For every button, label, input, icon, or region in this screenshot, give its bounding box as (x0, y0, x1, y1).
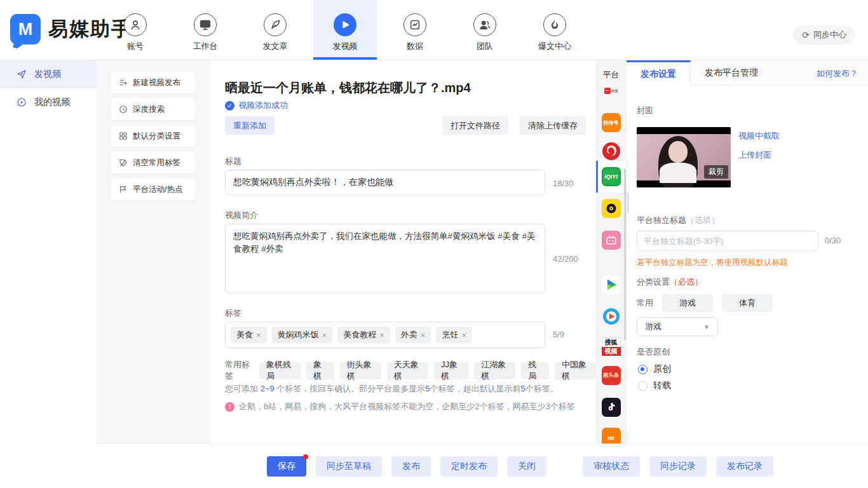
sidebar-item-label: 我的视频 (34, 97, 70, 108)
platform-sohu-video-icon[interactable]: 搜狐 视频 (596, 332, 626, 360)
independent-title-warning: 若平台独立标题为空，将使用视频默认标题 (637, 257, 788, 268)
capture-from-video-link[interactable]: 视频中截取 (738, 130, 780, 142)
hint-text: 个标签。 (526, 384, 559, 393)
platform-activity-button[interactable]: 平台活动/热点 (111, 179, 195, 200)
close-button[interactable]: 关闭 (507, 456, 546, 477)
main-nav: 账号 工作台 发文章 发视频 数据 团队 (104, 0, 593, 60)
description-textarea[interactable]: 想吃黄焖鸡别再点外卖了，我们在家也能做，方法很简单#黄焖鸡米饭 #美食 #美食教… (225, 224, 545, 294)
common-tag[interactable]: 街头象棋 (340, 362, 381, 379)
tab-platform-management[interactable]: 发布平台管理 (691, 60, 772, 86)
deep-search-button[interactable]: 深度搜索 (111, 98, 195, 120)
tag-remove-icon[interactable]: × (461, 330, 466, 340)
radio-repost[interactable]: 转载 (638, 380, 671, 391)
common-tag[interactable]: 中国象棋 (555, 362, 596, 379)
platform-record-camera-icon[interactable] (596, 194, 626, 222)
category-common-label: 常用 (637, 297, 653, 309)
panel-scrollbar[interactable] (627, 193, 629, 213)
tag-remove-icon[interactable]: × (421, 330, 426, 340)
ifeng-icon (602, 142, 621, 161)
platform-kuaishou-icon[interactable]: ∞ (596, 423, 626, 444)
common-tag[interactable]: 象棋残局 (259, 362, 301, 379)
tag-remove-icon[interactable]: × (256, 330, 261, 340)
category-option-game[interactable]: 游戏 (662, 294, 713, 312)
new-video-publish-button[interactable]: 新建视频发布 (111, 72, 195, 93)
platform-huitoutiao-icon[interactable]: 惠头条 (596, 362, 626, 390)
category-option-sports[interactable]: 体育 (722, 294, 773, 312)
common-tag[interactable]: 天天象棋 (387, 362, 428, 379)
nav-label: 爆文中心 (538, 41, 571, 52)
chevron-down-icon: ▼ (703, 323, 710, 330)
platform-bilibili-icon[interactable] (596, 226, 626, 254)
platform-blue-play-icon[interactable] (596, 302, 626, 330)
common-tags-label: 常用标签 (225, 359, 252, 382)
tag-remove-icon[interactable]: × (379, 330, 384, 340)
hint-number: 2~9 (261, 384, 275, 393)
kuaishou-icon: ∞ (602, 428, 621, 444)
hint-text: 个标签，超出默认显示前 (430, 384, 521, 393)
platform-douyin-icon[interactable] (596, 393, 626, 421)
nav-item-workbench[interactable]: 工作台 (173, 0, 237, 60)
platform-kuaichuan-icon[interactable]: 快传号 (596, 109, 626, 137)
publish-panel: 发布设置 发布平台管理 如何发布？ 封面 裁剪 视频中截取 上传封面 平台独立标… (626, 60, 868, 444)
platform-yidian-zixun-icon[interactable]: 一点资 (596, 83, 626, 99)
platform-tencent-video-icon[interactable] (596, 271, 626, 299)
common-tag[interactable]: 残局 (521, 362, 549, 379)
review-status-button[interactable]: 审核状态 (583, 456, 640, 477)
publish-button[interactable]: 发布 (391, 456, 431, 477)
schedule-publish-button[interactable]: 定时发布 (440, 456, 498, 477)
title-counter: 18/30 (553, 179, 574, 188)
category-select[interactable]: 游戏 ▼ (637, 317, 718, 336)
common-tag[interactable]: 象棋 (306, 362, 334, 379)
title-input[interactable] (225, 170, 545, 195)
blue-play-icon (602, 307, 621, 326)
nav-label: 发视频 (333, 41, 358, 52)
exclamation-icon: ! (225, 402, 234, 412)
radio-original-label: 原创 (653, 363, 671, 375)
sidebar-item-publish-video[interactable]: 发视频 (0, 60, 97, 88)
platform-iqiyi-icon[interactable]: iQIYI (596, 161, 626, 193)
how-to-publish-link[interactable]: 如何发布？ (817, 68, 858, 79)
clear-common-tags-button[interactable]: 清空常用标签 (111, 152, 195, 173)
cover-thumbnail[interactable]: 裁剪 (637, 127, 731, 187)
publish-log-button[interactable]: 发布记录 (716, 456, 773, 477)
common-tag[interactable]: 江湖象棋 (474, 362, 515, 379)
clock-icon (119, 105, 128, 114)
bilibili-icon (602, 231, 621, 250)
sync-log-button[interactable]: 同步记录 (649, 456, 707, 477)
sidebar-item-my-videos[interactable]: 我的视频 (0, 88, 97, 116)
cover-label: 封面 (637, 105, 653, 116)
nav-item-publish-article[interactable]: 发文章 (243, 0, 307, 60)
sync-center-button[interactable]: ⟳ 同步中心 (793, 25, 855, 44)
video-status-text: 视频添加成功 (238, 100, 288, 111)
tab-publish-settings[interactable]: 发布设置 (627, 60, 691, 86)
independent-title-text: 平台独立标题 (637, 215, 686, 225)
independent-title-input[interactable] (637, 231, 818, 251)
nav-item-data[interactable]: 数据 (383, 0, 447, 60)
readd-video-button[interactable]: 重新添加 (225, 116, 275, 135)
nav-item-publish-video[interactable]: 发视频 (313, 0, 377, 60)
iqiyi-icon: iQIYI (602, 167, 621, 186)
tag-remove-icon[interactable]: × (322, 330, 327, 340)
common-tags-row: 常用标签 象棋残局 象棋 街头象棋 天天象棋 JJ象棋 江湖象棋 残局 中国象棋 (225, 359, 596, 382)
clear-upload-cache-button[interactable]: 清除上传缓存 (520, 116, 586, 135)
nav-item-account[interactable]: 账号 (104, 0, 167, 60)
common-tag[interactable]: JJ象棋 (434, 362, 468, 379)
radio-original[interactable]: 原创 (638, 363, 671, 375)
nav-label: 发文章 (263, 41, 288, 52)
original-label: 是否原创 (637, 346, 670, 358)
radio-selected-icon (638, 365, 648, 374)
hint-text: 个标签，按回车确认。部分平台最多显示 (275, 384, 426, 393)
nav-item-hot-center[interactable]: 爆文中心 (523, 0, 587, 60)
hint-number: 5 (521, 384, 526, 393)
required-hint: （必选） (670, 277, 703, 287)
sync-to-draft-button[interactable]: 同步至草稿 (316, 456, 382, 477)
tags-input-box[interactable]: 美食× 黄焖鸡米饭× 美食教程× 外卖× 烹饪× (225, 322, 545, 348)
crop-badge[interactable]: 裁剪 (704, 165, 728, 179)
nav-item-team[interactable]: 团队 (453, 0, 517, 60)
header: M 易媒助手 账号 工作台 发文章 发视频 数据 (0, 0, 868, 60)
open-file-path-button[interactable]: 打开文件路径 (442, 116, 508, 135)
default-category-button[interactable]: 默认分类设置 (111, 125, 195, 147)
save-button[interactable]: 保存 (267, 456, 306, 477)
tool-label: 清空常用标签 (133, 158, 180, 168)
upload-cover-link[interactable]: 上传封面 (738, 149, 771, 161)
